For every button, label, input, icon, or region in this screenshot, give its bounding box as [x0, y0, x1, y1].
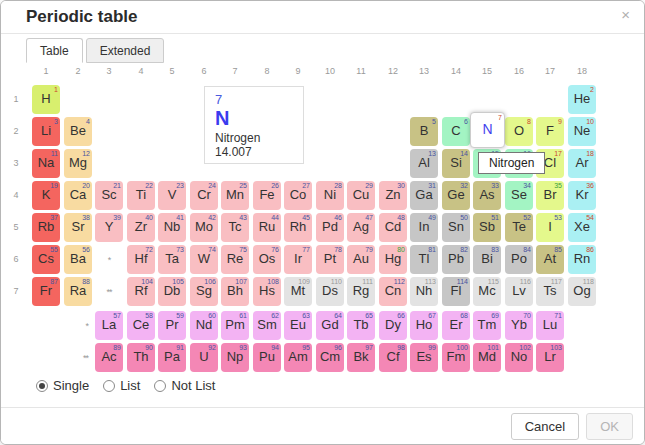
element-Cn[interactable]: 112Cn [379, 277, 407, 306]
element-Mo[interactable]: 42Mo [190, 213, 218, 242]
element-Ds[interactable]: 110Ds [316, 277, 344, 306]
element-Sm[interactable]: 62Sm [253, 311, 281, 340]
element-Bi[interactable]: 83Bi [473, 245, 501, 274]
element-Lu[interactable]: 71Lu [536, 311, 564, 340]
element-Kr[interactable]: 36Kr [568, 181, 596, 210]
element-Fm[interactable]: 100Fm [442, 343, 470, 372]
element-Ag[interactable]: 47Ag [347, 213, 375, 242]
radio-single[interactable]: Single [36, 378, 89, 393]
element-Nb[interactable]: 41Nb [158, 213, 186, 242]
radio-icon[interactable] [103, 380, 115, 392]
element-Pa[interactable]: 91Pa [158, 343, 186, 372]
element-Tm[interactable]: 69Tm [473, 311, 501, 340]
element-Bk[interactable]: 97Bk [347, 343, 375, 372]
element-Mn[interactable]: 25Mn [221, 181, 249, 210]
element-Sb[interactable]: 51Sb [473, 213, 501, 242]
element-Rf[interactable]: 104Rf [127, 277, 155, 306]
element-I[interactable]: 53I [536, 213, 564, 242]
element-Pb[interactable]: 82Pb [442, 245, 470, 274]
element-Se[interactable]: 34Se [505, 181, 533, 210]
element-C[interactable]: 6C [442, 117, 470, 146]
radio-icon[interactable] [154, 380, 166, 392]
element-Be[interactable]: 4Be [64, 117, 92, 146]
element-Sr[interactable]: 38Sr [64, 213, 92, 242]
element-Ar[interactable]: 18Ar [568, 149, 596, 178]
element-Md[interactable]: 101Md [473, 343, 501, 372]
element-Co[interactable]: 27Co [284, 181, 312, 210]
element-K[interactable]: 19K [32, 181, 60, 210]
element-Ge[interactable]: 32Ge [442, 181, 470, 210]
element-Cm[interactable]: 96Cm [316, 343, 344, 372]
element-Pr[interactable]: 59Pr [158, 311, 186, 340]
element-Ti[interactable]: 22Ti [127, 181, 155, 210]
element-Eu[interactable]: 63Eu [284, 311, 312, 340]
element-Zr[interactable]: 40Zr [127, 213, 155, 242]
element-W[interactable]: 74W [190, 245, 218, 274]
element-Sn[interactable]: 50Sn [442, 213, 470, 242]
element-Y[interactable]: 39Y [95, 213, 123, 242]
element-Cu[interactable]: 29Cu [347, 181, 375, 210]
element-Gd[interactable]: 64Gd [316, 311, 344, 340]
element-Pt[interactable]: 78Pt [316, 245, 344, 274]
ok-button[interactable]: OK [586, 413, 633, 440]
element-At[interactable]: 85At [536, 245, 564, 274]
element-Ni[interactable]: 28Ni [316, 181, 344, 210]
element-Cs[interactable]: 55Cs [32, 245, 60, 274]
element-Np[interactable]: 93Np [221, 343, 249, 372]
element-Al[interactable]: 13Al [410, 149, 438, 178]
element-Lv[interactable]: 116Lv [505, 277, 533, 306]
element-He[interactable]: 2He [568, 85, 596, 114]
element-Hg[interactable]: 80Hg [379, 245, 407, 274]
element-Ca[interactable]: 20Ca [64, 181, 92, 210]
element-Os[interactable]: 76Os [253, 245, 281, 274]
element-Er[interactable]: 68Er [442, 311, 470, 340]
element-B[interactable]: 5B [410, 117, 438, 146]
element-Fl[interactable]: 114Fl [442, 277, 470, 306]
element-Li[interactable]: 3Li [32, 117, 60, 146]
element-Tb[interactable]: 65Tb [347, 311, 375, 340]
element-Ce[interactable]: 58Ce [127, 311, 155, 340]
element-Hs[interactable]: 108Hs [253, 277, 281, 306]
element-Ts[interactable]: 117Ts [536, 277, 564, 306]
close-icon[interactable]: × [621, 7, 630, 23]
element-Bh[interactable]: 107Bh [221, 277, 249, 306]
element-Mt[interactable]: 109Mt [284, 277, 312, 306]
element-Ba[interactable]: 56Ba [64, 245, 92, 274]
element-Re[interactable]: 75Re [221, 245, 249, 274]
element-Ir[interactable]: 77Ir [284, 245, 312, 274]
element-Rn[interactable]: 86Rn [568, 245, 596, 274]
element-Pm[interactable]: 61Pm [221, 311, 249, 340]
element-Pd[interactable]: 46Pd [316, 213, 344, 242]
element-Mg[interactable]: 12Mg [64, 149, 92, 178]
element-O[interactable]: 8O [505, 117, 533, 146]
radio-list[interactable]: List [103, 378, 140, 393]
tab-table[interactable]: Table [26, 38, 83, 63]
element-Pu[interactable]: 94Pu [253, 343, 281, 372]
element-Rh[interactable]: 45Rh [284, 213, 312, 242]
element-Hf[interactable]: 72Hf [127, 245, 155, 274]
element-Nh[interactable]: 113Nh [410, 277, 438, 306]
element-Ne[interactable]: 10Ne [568, 117, 596, 146]
element-Tc[interactable]: 43Tc [221, 213, 249, 242]
element-La[interactable]: 57La [95, 311, 123, 340]
element-Ru[interactable]: 44Ru [253, 213, 281, 242]
element-Dy[interactable]: 66Dy [379, 311, 407, 340]
element-Es[interactable]: 99Es [410, 343, 438, 372]
element-N[interactable]: 7N [470, 112, 505, 148]
element-Ho[interactable]: 67Ho [410, 311, 438, 340]
element-Am[interactable]: 95Am [284, 343, 312, 372]
tab-extended[interactable]: Extended [86, 38, 165, 63]
element-Te[interactable]: 52Te [505, 213, 533, 242]
element-Zn[interactable]: 30Zn [379, 181, 407, 210]
element-U[interactable]: 92U [190, 343, 218, 372]
element-F[interactable]: 9F [536, 117, 564, 146]
element-Xe[interactable]: 54Xe [568, 213, 596, 242]
element-Cf[interactable]: 98Cf [379, 343, 407, 372]
element-Sg[interactable]: 106Sg [190, 277, 218, 306]
element-Ta[interactable]: 73Ta [158, 245, 186, 274]
element-Mc[interactable]: 115Mc [473, 277, 501, 306]
element-Fr[interactable]: 87Fr [32, 277, 60, 306]
element-Nd[interactable]: 60Nd [190, 311, 218, 340]
element-V[interactable]: 23V [158, 181, 186, 210]
element-Rg[interactable]: 111Rg [347, 277, 375, 306]
